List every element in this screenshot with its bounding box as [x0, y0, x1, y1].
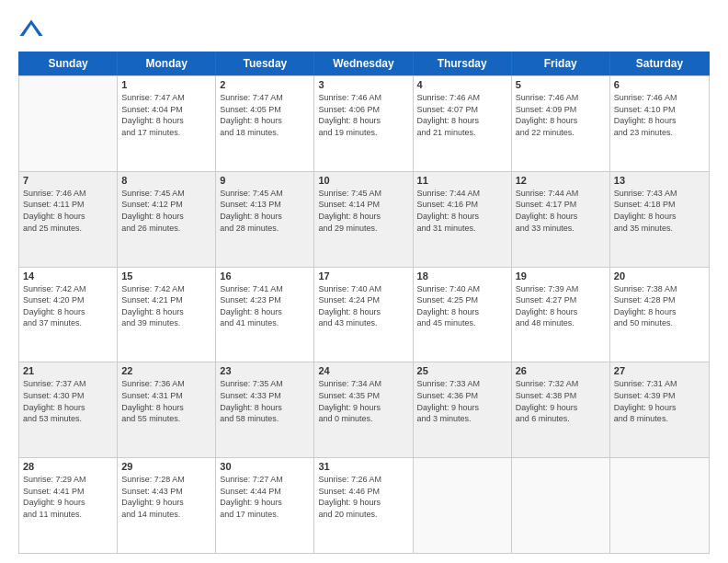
- cell-line: Sunrise: 7:34 AM: [318, 378, 408, 390]
- cell-line: Sunrise: 7:29 AM: [23, 474, 113, 486]
- cell-line: Sunrise: 7:40 AM: [318, 283, 408, 295]
- cell-line: Sunset: 4:12 PM: [121, 199, 211, 211]
- cal-cell: 20Sunrise: 7:38 AMSunset: 4:28 PMDayligh…: [610, 268, 709, 362]
- cell-line: Sunrise: 7:46 AM: [417, 92, 507, 104]
- cal-cell: 24Sunrise: 7:34 AMSunset: 4:35 PMDayligh…: [314, 362, 413, 457]
- cell-line: Daylight: 8 hours: [318, 306, 408, 318]
- day-number: 29: [121, 461, 211, 472]
- day-number: 3: [318, 79, 408, 90]
- cal-header-day: Friday: [512, 52, 610, 75]
- cell-line: and 8 minutes.: [614, 413, 705, 425]
- day-number: 10: [318, 175, 408, 186]
- cell-line: Daylight: 9 hours: [417, 402, 507, 414]
- cell-line: and 35 minutes.: [614, 223, 705, 235]
- cell-line: Sunrise: 7:28 AM: [121, 474, 211, 486]
- cell-line: and 0 minutes.: [318, 413, 408, 425]
- cell-line: and 22 minutes.: [516, 127, 606, 139]
- cell-line: Daylight: 8 hours: [23, 306, 113, 318]
- cal-cell: 7Sunrise: 7:46 AMSunset: 4:11 PMDaylight…: [19, 172, 118, 267]
- cell-line: Daylight: 8 hours: [614, 211, 705, 223]
- cell-line: Sunset: 4:07 PM: [417, 104, 507, 116]
- cell-line: and 21 minutes.: [417, 127, 507, 139]
- cell-line: Daylight: 8 hours: [220, 211, 310, 223]
- cell-line: Daylight: 8 hours: [516, 115, 606, 127]
- cal-cell: 3Sunrise: 7:46 AMSunset: 4:06 PMDaylight…: [314, 76, 413, 171]
- cell-line: Daylight: 8 hours: [121, 402, 211, 414]
- day-number: 6: [614, 79, 705, 90]
- cell-line: Daylight: 8 hours: [318, 115, 408, 127]
- cell-line: Sunrise: 7:47 AM: [220, 92, 310, 104]
- cell-line: Sunrise: 7:45 AM: [121, 188, 211, 200]
- cell-line: Sunrise: 7:47 AM: [121, 92, 211, 104]
- cell-line: Sunset: 4:36 PM: [417, 390, 507, 402]
- cell-line: Sunrise: 7:46 AM: [516, 92, 606, 104]
- day-number: 18: [417, 270, 507, 282]
- cell-line: Sunrise: 7:45 AM: [318, 188, 408, 200]
- header: [18, 17, 710, 42]
- cal-cell: 15Sunrise: 7:42 AMSunset: 4:21 PMDayligh…: [118, 268, 216, 362]
- cell-line: Sunrise: 7:31 AM: [614, 378, 705, 390]
- day-number: 17: [318, 270, 408, 282]
- day-number: 8: [121, 175, 211, 186]
- cal-cell: 17Sunrise: 7:40 AMSunset: 4:24 PMDayligh…: [314, 268, 413, 362]
- cell-line: Sunset: 4:24 PM: [318, 294, 408, 306]
- cell-line: Daylight: 8 hours: [318, 211, 408, 223]
- cal-cell: [19, 76, 118, 171]
- cell-line: and 20 minutes.: [318, 509, 408, 521]
- cal-header-day: Thursday: [414, 52, 512, 75]
- cell-line: and 37 minutes.: [23, 317, 113, 329]
- cell-line: and 17 minutes.: [121, 127, 211, 139]
- cell-line: Sunrise: 7:38 AM: [614, 283, 705, 295]
- day-number: 19: [516, 270, 606, 282]
- cell-line: and 29 minutes.: [318, 223, 408, 235]
- cell-line: Daylight: 9 hours: [318, 497, 408, 509]
- cal-week: 1Sunrise: 7:47 AMSunset: 4:04 PMDaylight…: [19, 75, 709, 171]
- day-number: 25: [417, 365, 507, 376]
- cell-line: and 39 minutes.: [121, 317, 211, 329]
- cal-cell: 21Sunrise: 7:37 AMSunset: 4:30 PMDayligh…: [19, 362, 118, 457]
- cal-cell: 4Sunrise: 7:46 AMSunset: 4:07 PMDaylight…: [414, 76, 512, 171]
- cell-line: Sunrise: 7:45 AM: [220, 188, 310, 200]
- cell-line: and 3 minutes.: [417, 413, 507, 425]
- cal-cell: 9Sunrise: 7:45 AMSunset: 4:13 PMDaylight…: [216, 172, 314, 267]
- cell-line: Daylight: 8 hours: [614, 115, 705, 127]
- cell-line: Sunrise: 7:44 AM: [417, 188, 507, 200]
- cell-line: Sunrise: 7:42 AM: [121, 283, 211, 295]
- cal-cell: [512, 458, 610, 553]
- cell-line: and 25 minutes.: [23, 223, 113, 235]
- cell-line: and 26 minutes.: [121, 223, 211, 235]
- cell-line: Sunset: 4:05 PM: [220, 104, 310, 116]
- cal-cell: 10Sunrise: 7:45 AMSunset: 4:14 PMDayligh…: [314, 172, 413, 267]
- cell-line: and 53 minutes.: [23, 413, 113, 425]
- cell-line: Sunset: 4:41 PM: [23, 486, 113, 498]
- day-number: 12: [516, 175, 606, 186]
- cell-line: Sunrise: 7:26 AM: [318, 474, 408, 486]
- cell-line: Sunset: 4:11 PM: [23, 199, 113, 211]
- cell-line: Sunset: 4:21 PM: [121, 294, 211, 306]
- cell-line: and 41 minutes.: [220, 317, 310, 329]
- cell-line: Daylight: 8 hours: [220, 115, 310, 127]
- cell-line: Sunset: 4:27 PM: [516, 294, 606, 306]
- cal-cell: 13Sunrise: 7:43 AMSunset: 4:18 PMDayligh…: [610, 172, 709, 267]
- cell-line: and 43 minutes.: [318, 317, 408, 329]
- day-number: 11: [417, 175, 507, 186]
- cell-line: and 31 minutes.: [417, 223, 507, 235]
- cal-cell: 30Sunrise: 7:27 AMSunset: 4:44 PMDayligh…: [216, 458, 314, 553]
- cell-line: Daylight: 8 hours: [220, 402, 310, 414]
- cell-line: Daylight: 9 hours: [516, 402, 606, 414]
- cell-line: Sunrise: 7:33 AM: [417, 378, 507, 390]
- cal-cell: 11Sunrise: 7:44 AMSunset: 4:16 PMDayligh…: [414, 172, 512, 267]
- cell-line: and 48 minutes.: [516, 317, 606, 329]
- cell-line: Sunset: 4:39 PM: [614, 390, 705, 402]
- day-number: 14: [23, 270, 113, 282]
- cal-cell: 2Sunrise: 7:47 AMSunset: 4:05 PMDaylight…: [216, 76, 314, 171]
- day-number: 27: [614, 365, 705, 376]
- day-number: 5: [516, 79, 606, 90]
- cell-line: Sunrise: 7:35 AM: [220, 378, 310, 390]
- cell-line: Sunset: 4:38 PM: [516, 390, 606, 402]
- cell-line: and 6 minutes.: [516, 413, 606, 425]
- cell-line: Sunset: 4:25 PM: [417, 294, 507, 306]
- day-number: 15: [121, 270, 211, 282]
- day-number: 2: [220, 79, 310, 90]
- day-number: 21: [23, 365, 113, 376]
